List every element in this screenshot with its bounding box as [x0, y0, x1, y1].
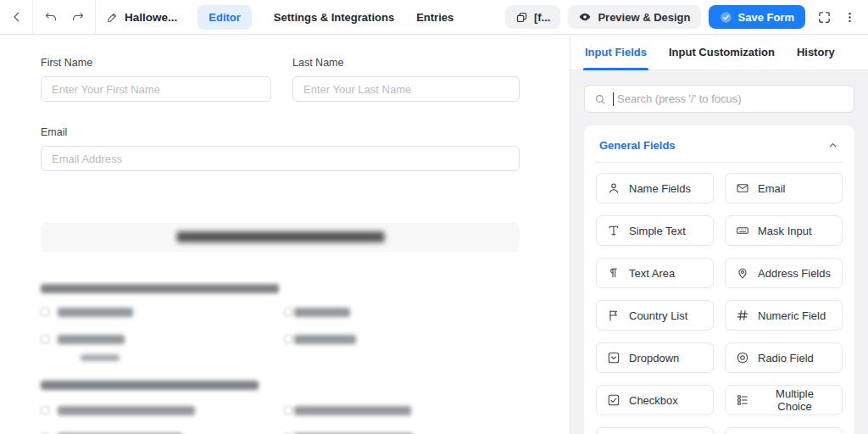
field-type-button[interactable]: Mask Input [725, 215, 843, 246]
check-circle-icon [720, 11, 732, 24]
field-type-button[interactable]: Simple Text [596, 215, 714, 246]
save-form-button[interactable]: Save Form [709, 5, 805, 29]
general-fields-card: General Fields Name Fields Email Simple … [584, 125, 854, 434]
field-search-input[interactable] [615, 92, 844, 106]
field-type-button[interactable]: Email [725, 173, 843, 203]
list-icon [736, 393, 749, 407]
tab-editor[interactable]: Editor [198, 5, 252, 30]
field-type-button[interactable]: Country List [596, 300, 714, 331]
kebab-menu-icon [843, 11, 856, 24]
sidebar-tabs: Input Fields Input Customization History [570, 35, 868, 70]
divider [594, 162, 844, 163]
tab-history[interactable]: History [797, 35, 835, 70]
more-menu-button[interactable] [843, 6, 856, 28]
redo-button[interactable] [66, 6, 88, 28]
tab-entries[interactable]: Entries [416, 11, 453, 24]
field-type-button[interactable]: Text Area [596, 258, 714, 288]
redo-icon [70, 10, 85, 25]
keyboard-icon [736, 224, 749, 237]
tab-input-fields[interactable]: Input Fields [585, 35, 647, 70]
eye-icon [578, 10, 592, 24]
form-title: Hallowe... [125, 11, 177, 24]
field-type-button[interactable]: Radio Field [725, 342, 843, 373]
radio-icon [736, 351, 749, 364]
checkbox-icon [41, 308, 49, 316]
paragraph-icon [607, 266, 620, 280]
field-label: Last Name [292, 57, 520, 69]
text-caret [613, 92, 614, 106]
text-cursor-icon [607, 224, 620, 237]
editor-sidebar: Input Fields Input Customization History… [570, 35, 868, 434]
tab-settings-integrations[interactable]: Settings & Integrations [274, 11, 394, 24]
field-search-box[interactable] [584, 85, 854, 113]
checkbox-icon [607, 393, 620, 407]
form-title-group[interactable]: Hallowe... [106, 11, 177, 24]
field-block-first-name[interactable]: First Name [41, 57, 271, 102]
fullscreen-icon [817, 10, 832, 25]
field-type-button[interactable]: Checkbox [596, 385, 714, 415]
copy-icon [515, 11, 528, 24]
field-label: First Name [41, 57, 271, 69]
back-button[interactable] [6, 6, 28, 28]
map-pin-icon [736, 266, 749, 280]
field-block-last-name[interactable]: Last Name [292, 57, 520, 102]
fullscreen-button[interactable] [813, 6, 835, 28]
field-type-button-partial[interactable] [596, 427, 714, 434]
envelope-icon [736, 181, 749, 195]
top-toolbar: Hallowe... Editor Settings & Integration… [0, 0, 868, 35]
tab-input-customization[interactable]: Input Customization [669, 35, 775, 70]
hash-icon [736, 309, 749, 322]
checkbox-icon [284, 406, 292, 415]
checkbox-icon [41, 406, 49, 415]
undo-icon [44, 10, 58, 25]
preview-design-button[interactable]: Preview & Design [568, 5, 700, 29]
form-editor-canvas: First Name Last Name Email [0, 35, 570, 434]
checkbox-icon [284, 335, 292, 343]
dropdown-icon [607, 351, 620, 364]
divider [32, 0, 33, 34]
first-name-input[interactable] [41, 76, 271, 102]
search-icon [594, 93, 606, 105]
user-icon [607, 181, 620, 195]
field-type-button[interactable]: Dropdown [596, 342, 714, 373]
back-icon [10, 10, 24, 24]
redacted-content [41, 223, 520, 434]
checkbox-icon [41, 335, 49, 343]
field-type-button[interactable]: Numeric Field [725, 300, 843, 331]
field-type-button-partial[interactable] [725, 427, 843, 434]
chevron-up-icon [827, 140, 838, 151]
field-label: Email [41, 126, 520, 138]
section-title: General Fields [599, 139, 676, 152]
divider [95, 0, 96, 34]
collapse-section-button[interactable] [825, 137, 840, 153]
field-block-email[interactable]: Email [41, 126, 520, 171]
redacted-heading-text [176, 231, 384, 242]
shortcode-button[interactable]: [f... [505, 5, 561, 29]
field-type-button[interactable]: Multiple Choice [725, 385, 843, 415]
undo-button[interactable] [40, 6, 62, 28]
edit-pencil-icon [106, 11, 119, 24]
flag-icon [607, 309, 620, 322]
email-input[interactable] [41, 146, 520, 171]
last-name-input[interactable] [292, 76, 520, 102]
field-grid: Name Fields Email Simple Text Mask Input… [596, 173, 843, 434]
field-type-button[interactable]: Address Fields [725, 258, 843, 288]
field-type-button[interactable]: Name Fields [596, 173, 714, 203]
checkbox-icon [284, 308, 292, 316]
